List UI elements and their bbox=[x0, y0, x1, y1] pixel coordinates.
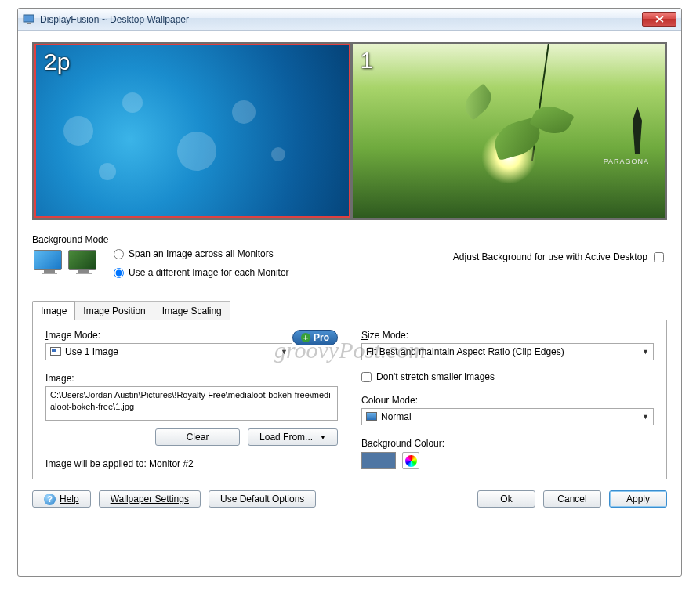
radio-per-monitor-label: Use a different Image for each Monitor bbox=[129, 267, 289, 278]
wallpaper-settings-button[interactable]: Wallpaper Settings bbox=[99, 490, 201, 508]
background-mode-heading: Background Mode bbox=[32, 234, 667, 245]
app-icon bbox=[23, 13, 35, 26]
image-mode-label: Image Mode: bbox=[45, 330, 100, 341]
cancel-button[interactable]: Cancel bbox=[543, 490, 601, 508]
image-mode-dropdown[interactable]: Use 1 Image ▼ bbox=[45, 343, 292, 360]
pro-badge: +Pro bbox=[292, 330, 338, 345]
monitor-green-icon bbox=[68, 250, 100, 277]
close-button[interactable] bbox=[642, 12, 676, 27]
colour-wheel-icon bbox=[405, 455, 417, 467]
chevron-down-icon: ▼ bbox=[642, 348, 649, 356]
tab-panel-image: +Pro Image Mode: Use 1 Image ▼ Image: C:… bbox=[32, 320, 667, 479]
chevron-down-icon: ▼ bbox=[281, 348, 288, 356]
radio-span-all-input[interactable] bbox=[114, 249, 124, 259]
adjust-active-desktop-checkbox[interactable] bbox=[654, 252, 664, 262]
help-icon: ? bbox=[44, 494, 56, 505]
size-mode-dropdown[interactable]: Fit Best and maintain Aspect Ratio (Clip… bbox=[361, 343, 654, 360]
tab-strip: Image Image Position Image Scaling bbox=[32, 300, 667, 320]
ok-button[interactable]: Ok bbox=[477, 490, 535, 508]
image-mode-icon bbox=[50, 347, 61, 356]
size-mode-value: Fit Best and maintain Aspect Ratio (Clip… bbox=[366, 346, 564, 357]
dont-stretch-checkbox[interactable] bbox=[361, 372, 372, 382]
radio-span-all[interactable]: Span an Image across all Monitors bbox=[114, 248, 289, 259]
bg-colour-swatch[interactable] bbox=[361, 452, 396, 469]
bg-colour-label: Background Colour: bbox=[361, 438, 654, 449]
help-button[interactable]: ?Help bbox=[32, 490, 91, 508]
monitor-label: 2p bbox=[44, 49, 70, 75]
svg-rect-0 bbox=[24, 15, 34, 22]
tab-image-scaling[interactable]: Image Scaling bbox=[154, 301, 230, 320]
window-title: DisplayFusion ~ Desktop Wallpaper bbox=[40, 14, 189, 25]
monitor-preview-2[interactable]: 2p bbox=[34, 44, 350, 218]
radio-per-monitor-input[interactable] bbox=[114, 268, 124, 278]
image-mode-value: Use 1 Image bbox=[65, 346, 118, 357]
monitor-blue-icon bbox=[34, 250, 65, 277]
dialog-window: DisplayFusion ~ Desktop Wallpaper 2p bbox=[17, 8, 682, 577]
colour-mode-icon bbox=[366, 412, 377, 421]
monitor-preview-1[interactable]: PARAGONA 1 bbox=[353, 44, 666, 218]
bottom-button-bar: ?Help Wallpaper Settings Use Default Opt… bbox=[32, 490, 667, 508]
image-path-box[interactable]: C:\Users\Jordan Austin\Pictures\!Royalty… bbox=[45, 386, 338, 421]
colour-mode-value: Normal bbox=[381, 411, 412, 422]
monitor-preview-area: 2p PARAGONA 1 bbox=[32, 42, 667, 220]
background-mode-icons bbox=[34, 250, 100, 277]
colour-picker-button[interactable] bbox=[402, 452, 419, 469]
monitor-label: 1 bbox=[361, 47, 374, 74]
svg-rect-1 bbox=[27, 23, 31, 24]
chevron-down-icon: ▼ bbox=[642, 413, 649, 421]
use-default-options-button[interactable]: Use Default Options bbox=[209, 490, 316, 508]
dont-stretch-row[interactable]: Don't stretch smaller images bbox=[361, 371, 654, 382]
chevron-down-icon: ▼ bbox=[320, 434, 326, 441]
load-from-button[interactable]: Load From...▼ bbox=[248, 428, 338, 446]
tab-image-position[interactable]: Image Position bbox=[74, 301, 154, 320]
radio-per-monitor[interactable]: Use a different Image for each Monitor bbox=[114, 267, 289, 278]
titlebar: DisplayFusion ~ Desktop Wallpaper bbox=[18, 9, 681, 31]
applied-to-status: Image will be applied to: Monitor #2 bbox=[45, 458, 338, 469]
size-mode-label: Size Mode: bbox=[361, 330, 654, 341]
colour-mode-dropdown[interactable]: Normal ▼ bbox=[361, 408, 654, 425]
close-icon bbox=[655, 14, 664, 25]
apply-button[interactable]: Apply bbox=[609, 490, 667, 508]
clear-button[interactable]: Clear bbox=[155, 428, 240, 446]
wallpaper-brand-text: PARAGONA bbox=[604, 157, 649, 165]
colour-mode-label: Colour Mode: bbox=[361, 395, 654, 406]
plus-icon: + bbox=[301, 333, 310, 342]
radio-span-all-label: Span an Image across all Monitors bbox=[129, 248, 274, 259]
image-path-label: Image: bbox=[45, 373, 338, 384]
tab-image[interactable]: Image bbox=[32, 301, 75, 320]
dont-stretch-label: Don't stretch smaller images bbox=[376, 371, 495, 382]
adjust-active-desktop-label: Adjust Background for use with Active De… bbox=[453, 251, 647, 262]
svg-rect-2 bbox=[25, 24, 32, 24]
